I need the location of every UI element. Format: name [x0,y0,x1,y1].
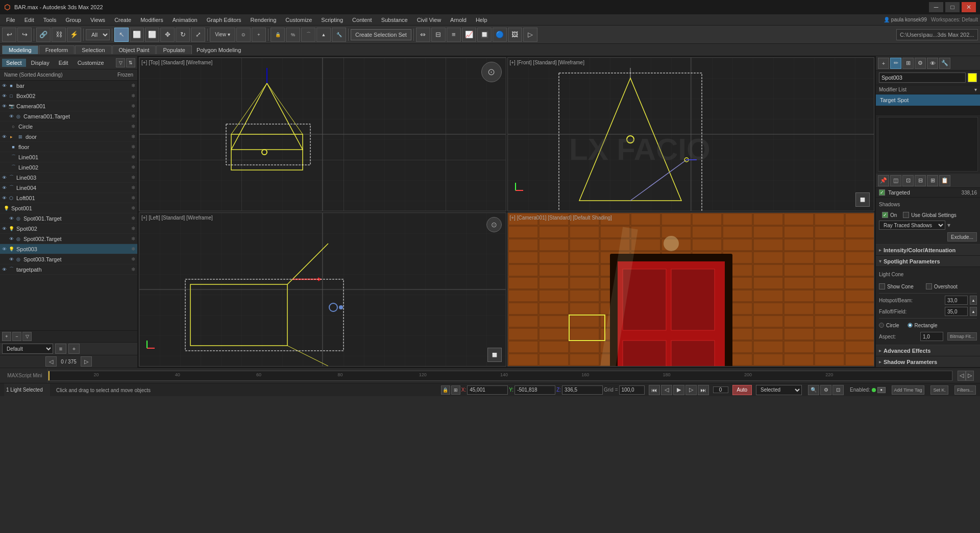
create-tab-button[interactable]: + [878,58,889,69]
play-button[interactable]: ▶ [673,385,684,395]
shadow-parameters-header[interactable]: ▸ Shadow Parameters [876,356,980,368]
overshoot-checkbox[interactable] [926,283,932,289]
list-item[interactable]: 👁 ◎ Spot002.Target ❄ [0,234,137,244]
view-dropdown-button[interactable]: View ▾ [210,28,235,42]
prev-frame-button[interactable]: ◁ [661,385,672,395]
redo-button[interactable]: ↪ [17,28,32,42]
enabled-dropdown[interactable]: ● [877,387,886,393]
timeline-track[interactable]: 20 40 60 80 120 140 160 180 200 220 [48,371,952,381]
list-item[interactable]: 👁 💡 Spot002 ❄ [0,224,137,234]
shadow-type-dropdown[interactable]: Ray Traced Shadows [879,221,945,230]
undo-button[interactable]: ↩ [2,28,16,42]
schematic-view[interactable]: 🔲 [477,28,492,42]
list-item[interactable]: 👁 ⌒ targetpath ❄ [0,264,137,275]
menu-views[interactable]: Views [86,16,109,24]
search-button[interactable]: 🔍 [808,385,819,395]
menu-animation[interactable]: Animation [168,16,202,24]
display-tab-button[interactable]: 👁 [927,58,938,69]
filter-scene-button[interactable]: ▽ [22,332,32,341]
create-selection-set-button[interactable]: Create Selection Set [351,29,411,40]
coord-lock-button[interactable]: ⊞ [451,385,460,395]
se-tab-select[interactable]: Select [2,59,26,67]
se-tab-customize[interactable]: Customize [74,59,108,67]
menu-scripting[interactable]: Scripting [317,16,347,24]
shadows-on-checkbox[interactable] [882,212,888,218]
menu-create[interactable]: Create [110,16,135,24]
exclude-button[interactable]: Exclude... [947,232,977,241]
list-item[interactable]: 👁 ▸ ⊞ door ❄ [0,132,137,142]
status-settings-1[interactable]: ⚙ [820,385,831,395]
snap-toggle[interactable]: % [286,28,300,42]
se-tab-edit[interactable]: Edit [55,59,72,67]
go-to-end-button[interactable]: ⏭ [698,385,709,395]
x-input[interactable] [467,385,508,395]
list-item[interactable]: 👁 □ Box002 ❄ [0,91,137,101]
align-button[interactable]: ⊟ [431,28,446,42]
object-name-input[interactable] [879,72,966,83]
tab-selection[interactable]: Selection [75,45,111,54]
curve-editor[interactable]: 📈 [462,28,476,42]
list-item[interactable]: 👁 📷 Camera001 ❄ [0,101,137,111]
layer-manager[interactable]: ≡ [447,28,461,42]
layer-options-button[interactable]: ≡ [55,344,66,354]
tab-freeform[interactable]: Freeform [39,45,75,54]
menu-customize[interactable]: Customize [281,16,316,24]
viewport-left[interactable]: [+] [Left] [Standard] [Wireframe] ⬜ ⊙ [139,212,506,367]
next-frame-button[interactable]: ▷ [685,385,697,395]
list-item[interactable]: 👁 ◎ Spot003.Target ❄ [0,254,137,264]
list-item[interactable]: 👁 ⬡ Loft001 ❄ [0,193,137,203]
modify-tab-button[interactable]: ✏ [890,58,901,69]
maximize-button[interactable]: □ [945,2,960,12]
menu-content[interactable]: Content [348,16,376,24]
tab-object-paint[interactable]: Object Paint [112,45,156,54]
menu-graph-editors[interactable]: Graph Editors [203,16,246,24]
minimize-button[interactable]: ─ [929,2,943,12]
filters-button[interactable]: Filters... [954,385,976,395]
targeted-checkbox[interactable] [879,189,885,196]
list-item[interactable]: 👁 ◎ Camera001.Target ❄ [0,111,137,122]
list-item[interactable]: ⌒ Line001 ❄ [0,152,137,162]
select-button[interactable]: ↖ [114,28,129,42]
menu-file[interactable]: File [2,16,19,24]
se-tab-display[interactable]: Display [27,59,54,67]
menu-modifiers[interactable]: Modifiers [136,16,167,24]
link-button[interactable]: 🔗 [36,28,51,42]
render-frame[interactable]: ▷ [523,28,537,42]
rotate-button[interactable]: ↻ [176,28,190,42]
menu-help[interactable]: Help [472,16,492,24]
frame-prev-button[interactable]: ◁ [45,356,57,367]
scale-button[interactable]: ⤢ [191,28,205,42]
status-settings-2[interactable]: ⊡ [832,385,844,395]
menu-edit[interactable]: Edit [20,16,38,24]
render-setup[interactable]: 🖼 [508,28,522,42]
timeline-right-expand[interactable]: ▷ [966,371,974,381]
viewport-top[interactable]: [+] [Top] [Standard] [Wireframe] ⊙ [139,57,506,211]
delete-layer-button[interactable]: − [12,332,21,341]
modify-options-3[interactable]: ⊟ [915,175,926,186]
select-region-type[interactable]: ⬜ [145,28,159,42]
list-item[interactable]: 👁 ■ bar ❄ [0,81,137,91]
mirror-button[interactable]: ⇔ [416,28,430,42]
spotlight-section-header[interactable]: ▾ Spotlight Parameters [876,256,980,267]
falloff-input[interactable] [945,307,968,316]
object-color-swatch[interactable] [968,73,977,82]
move-button[interactable]: ✥ [160,28,175,42]
modify-options-4[interactable]: ⊞ [927,175,938,186]
pin-button[interactable]: 📌 [878,175,889,186]
list-item[interactable]: ■ floor ❄ [0,142,137,152]
menu-arnold[interactable]: Arnold [446,16,471,24]
list-item[interactable]: 💡 Spot001 ❄ [0,203,137,213]
layer-dropdown[interactable]: Default [2,344,53,354]
list-item[interactable]: 👁 ⌒ Line003 ❄ [0,173,137,183]
list-item[interactable]: ○ Circle ❄ [0,122,137,132]
layer-new-button[interactable]: + [68,344,80,354]
use-global-checkbox[interactable] [903,212,909,218]
add-time-tag-button[interactable]: Add Time Tag [892,385,925,395]
list-item[interactable]: ⌒ Line002 ❄ [0,162,137,173]
add-layer-button[interactable]: + [2,332,11,341]
hotspot-input[interactable] [945,296,968,305]
filter-icon[interactable]: ▽ [116,58,125,67]
sort-icon[interactable]: ⇅ [126,58,135,67]
use-transform-button[interactable]: + [252,28,266,42]
hotspot-spinner-up[interactable]: ▲ [970,296,977,305]
